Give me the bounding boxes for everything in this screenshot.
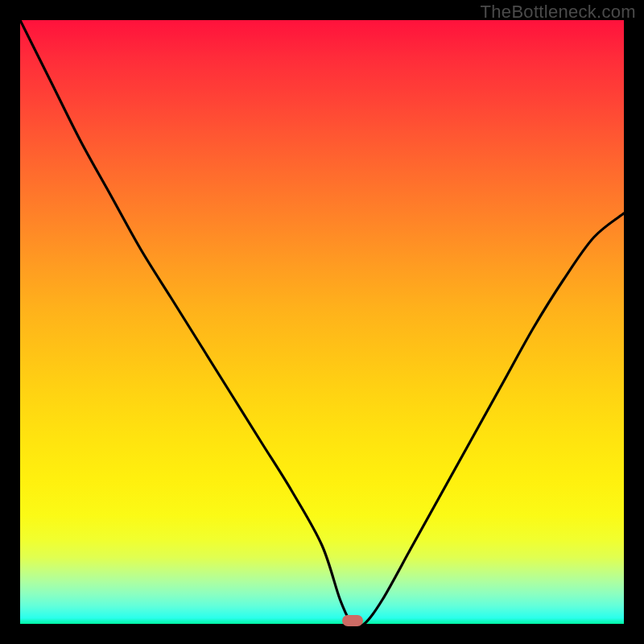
- watermark-text: TheBottleneck.com: [481, 2, 636, 23]
- optimal-marker: [342, 615, 363, 626]
- plot-area: [20, 20, 624, 624]
- bottleneck-curve: [20, 20, 624, 624]
- chart-frame: TheBottleneck.com: [0, 0, 644, 644]
